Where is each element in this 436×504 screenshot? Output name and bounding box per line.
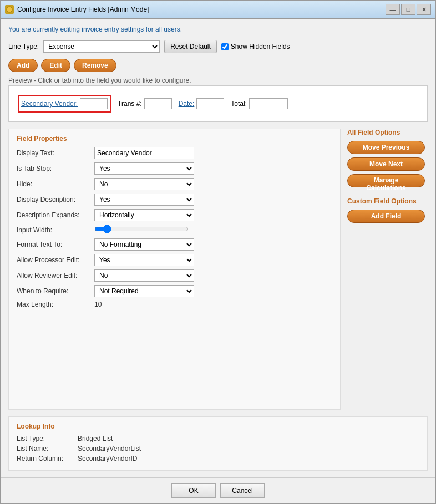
when-require-select[interactable]: Not RequiredAlwaysOn Save — [94, 285, 194, 297]
prop-row-processor-edit: Allow Processor Edit: YesNo — [17, 254, 332, 266]
list-type-value: Bridged List — [78, 435, 113, 442]
max-length-value: 10 — [94, 301, 102, 308]
show-hidden-fields-checkbox[interactable] — [221, 43, 229, 50]
ok-button[interactable]: OK — [171, 483, 216, 498]
preview-area: Secondary Vendor: Trans #: Date: — [8, 85, 428, 122]
right-panel: All Field Options Move Previous Move Nex… — [347, 129, 428, 410]
line-type-label: Line Type: — [8, 43, 39, 50]
input-width-slider[interactable] — [94, 225, 189, 233]
prop-row-reviewer-edit: Allow Reviewer Edit: NoYes — [17, 269, 332, 282]
return-column-value: SecondaryVendorID — [78, 455, 137, 462]
app-icon — [5, 5, 14, 14]
reset-default-button[interactable]: Reset Default — [164, 40, 217, 53]
edit-button[interactable]: Edit — [41, 59, 70, 72]
add-field-button[interactable]: Add Field — [347, 210, 425, 223]
add-button[interactable]: Add — [8, 59, 38, 72]
input-width-label: Input Width: — [17, 226, 94, 234]
manage-calculations-button[interactable]: Manage Calculations — [347, 174, 425, 187]
processor-edit-select[interactable]: YesNo — [94, 254, 194, 266]
display-text-input[interactable] — [94, 147, 194, 159]
field-properties-panel: Field Properties Display Text: Is Tab St… — [8, 129, 341, 410]
display-text-label: Display Text: — [17, 149, 94, 157]
prop-row-display-text: Display Text: — [17, 147, 332, 159]
processor-edit-label: Allow Processor Edit: — [17, 256, 94, 264]
prop-row-tab-stop: Is Tab Stop: YesNo — [17, 162, 332, 175]
list-type-label: List Type: — [17, 435, 78, 442]
display-desc-select[interactable]: YesNo — [94, 194, 194, 206]
custom-field-options-section: Custom Field Options Add Field — [347, 197, 428, 226]
remove-button[interactable]: Remove — [74, 59, 116, 72]
preview-fields: Secondary Vendor: Trans #: Date: — [13, 90, 423, 117]
info-text: You are currently editing invoice entry … — [8, 26, 428, 33]
preview-field-date[interactable]: Date: — [179, 98, 225, 109]
move-next-button[interactable]: Move Next — [347, 157, 425, 171]
line-type-row: Line Type: Expense Item Freight Tax Rese… — [8, 40, 428, 53]
list-name-value: SecondaryVendorList — [78, 445, 141, 452]
return-column-label: Return Column: — [17, 455, 78, 462]
footer: OK Cancel — [1, 477, 435, 503]
main-window: Configure Invoice Entry Fields [Admin Mo… — [0, 0, 436, 504]
tab-stop-select[interactable]: YesNo — [94, 162, 194, 175]
lookup-row-return-column: Return Column: SecondaryVendorID — [17, 455, 419, 462]
lookup-row-list-type: List Type: Bridged List — [17, 435, 419, 442]
cancel-button[interactable]: Cancel — [220, 483, 265, 498]
preview-section: Preview - Click or tab into the field yo… — [8, 77, 428, 122]
preview-field-trans[interactable]: Trans #: — [118, 98, 172, 109]
prop-row-display-desc: Display Description: YesNo — [17, 194, 332, 206]
format-text-label: Format Text To: — [17, 241, 94, 248]
max-length-label: Max Length: — [17, 301, 94, 308]
lookup-info-title: Lookup Info — [17, 422, 419, 430]
tab-stop-label: Is Tab Stop: — [17, 165, 94, 172]
close-button[interactable]: ✕ — [417, 4, 431, 15]
prop-row-hide: Hide: NoYes — [17, 178, 332, 190]
title-bar: Configure Invoice Entry Fields [Admin Mo… — [1, 1, 435, 19]
date-label[interactable]: Date: — [179, 100, 195, 108]
lookup-info-section: Lookup Info List Type: Bridged List List… — [8, 416, 428, 471]
lookup-row-list-name: List Name: SecondaryVendorList — [17, 445, 419, 452]
all-field-options-section: All Field Options Move Previous Move Nex… — [347, 129, 428, 191]
reviewer-edit-label: Allow Reviewer Edit: — [17, 272, 94, 279]
all-field-options-title: All Field Options — [347, 129, 428, 136]
hide-select[interactable]: NoYes — [94, 178, 194, 190]
custom-field-options-title: Custom Field Options — [347, 197, 428, 205]
trans-label: Trans #: — [118, 100, 142, 108]
prop-row-max-length: Max Length: 10 — [17, 301, 332, 308]
total-input[interactable] — [249, 98, 288, 109]
content-area: You are currently editing invoice entry … — [1, 19, 435, 477]
date-input[interactable] — [196, 98, 224, 109]
prop-row-format-text: Format Text To: No FormattingUppercaseLo… — [17, 238, 332, 251]
desc-expands-label: Description Expands: — [17, 211, 94, 219]
prop-row-desc-expands: Description Expands: HorizontallyVertica… — [17, 209, 332, 221]
preview-label: Preview - Click or tab into the field yo… — [8, 77, 191, 84]
svg-point-0 — [7, 7, 12, 12]
preview-field-total[interactable]: Total: — [231, 98, 288, 109]
total-label: Total: — [231, 100, 247, 108]
window-title: Configure Invoice Entry Fields [Admin Mo… — [17, 6, 149, 13]
field-properties-title: Field Properties — [17, 135, 332, 142]
prop-row-when-require: When to Require: Not RequiredAlwaysOn Sa… — [17, 285, 332, 297]
action-buttons-row: Add Edit Remove — [8, 59, 428, 72]
minimize-button[interactable]: — — [386, 4, 400, 15]
secondary-vendor-label[interactable]: Secondary Vendor: — [21, 100, 78, 108]
when-require-label: When to Require: — [17, 287, 94, 295]
display-desc-label: Display Description: — [17, 196, 94, 203]
show-hidden-fields-label: Show Hidden Fields — [231, 43, 290, 50]
secondary-vendor-input[interactable] — [80, 98, 108, 109]
hide-label: Hide: — [17, 180, 94, 188]
trans-input[interactable] — [144, 98, 172, 109]
main-area: Field Properties Display Text: Is Tab St… — [8, 129, 428, 410]
list-name-label: List Name: — [17, 445, 78, 452]
line-type-select[interactable]: Expense Item Freight Tax — [43, 40, 160, 53]
prop-row-input-width: Input Width: — [17, 225, 332, 235]
move-previous-button[interactable]: Move Previous — [347, 141, 425, 154]
format-text-select[interactable]: No FormattingUppercaseLowercaseTitle Cas… — [94, 238, 194, 251]
desc-expands-select[interactable]: HorizontallyVertically — [94, 209, 194, 221]
maximize-button[interactable]: □ — [401, 4, 415, 15]
reviewer-edit-select[interactable]: NoYes — [94, 269, 194, 282]
preview-field-secondary-vendor[interactable]: Secondary Vendor: — [18, 95, 111, 113]
